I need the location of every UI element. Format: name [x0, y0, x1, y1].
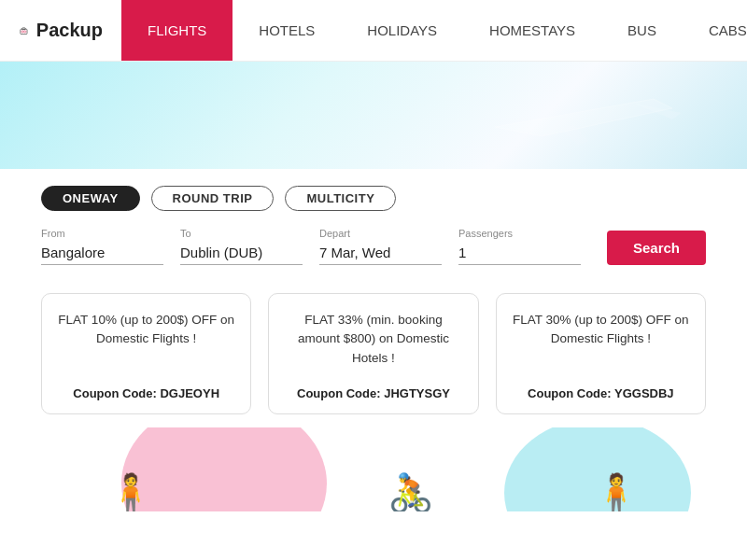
hero-banner	[0, 62, 747, 169]
coupon-code-0: Coupon Code: DGJEOYH	[73, 386, 219, 400]
search-row: From To Depart Passengers Search	[41, 228, 706, 265]
search-button[interactable]: Search	[607, 231, 706, 265]
oneway-button[interactable]: ONEWAY	[41, 186, 140, 211]
coupon-offer-2: FLAT 30% (up to 200$) OFF on Domestic Fl…	[512, 311, 690, 349]
nav-links: FLIGHTS HOTELS HOLIDAYS HOMESTAYS BUS CA…	[121, 0, 747, 61]
logo-text: Packup	[36, 20, 103, 41]
coupon-offer-1: FLAT 33% (min. booking amount $800) on D…	[284, 311, 462, 368]
coupon-card-0: FLAT 10% (up to 200$) OFF on Domestic Fl…	[41, 293, 251, 414]
nav-item-bus[interactable]: BUS	[601, 0, 683, 61]
svg-point-3	[24, 30, 26, 32]
figure-right: 🧍	[593, 474, 640, 511]
coupon-card-1: FLAT 33% (min. booking amount $800) on D…	[268, 293, 478, 414]
to-field-group: To	[180, 228, 303, 265]
to-label: To	[180, 228, 303, 239]
nav-item-holidays[interactable]: HOLIDAYS	[341, 0, 463, 61]
from-input[interactable]	[41, 243, 163, 265]
from-field-group: From	[41, 228, 163, 265]
nav-item-cabs[interactable]: CABS	[683, 0, 747, 61]
navbar: Packup FLIGHTS HOTELS HOLIDAYS HOMESTAYS…	[0, 0, 747, 62]
illustrations: 🧍 🚴 🧍	[0, 427, 747, 511]
multicity-button[interactable]: MULTICITY	[285, 186, 396, 211]
coupon-card-2: FLAT 30% (up to 200$) OFF on Domestic Fl…	[496, 293, 706, 414]
coupon-offer-0: FLAT 10% (up to 200$) OFF on Domestic Fl…	[57, 311, 235, 349]
depart-field-group: Depart	[319, 228, 442, 265]
depart-input[interactable]	[319, 243, 442, 265]
from-label: From	[41, 228, 163, 239]
passengers-label: Passengers	[458, 228, 581, 239]
trip-type-row: ONEWAY ROUND TRIP MULTICITY	[41, 186, 706, 211]
figure-center: 🚴	[388, 474, 434, 511]
nav-item-flights[interactable]: FLIGHTS	[121, 0, 233, 61]
to-input[interactable]	[180, 243, 303, 265]
svg-rect-1	[22, 27, 26, 29]
passengers-field-group: Passengers	[458, 228, 581, 265]
hero-plane-icon	[486, 80, 691, 155]
roundtrip-button[interactable]: ROUND TRIP	[151, 186, 275, 211]
coupons-section: FLAT 10% (up to 200$) OFF on Domestic Fl…	[0, 274, 747, 424]
coupon-code-1: Coupon Code: JHGTYSGY	[297, 386, 450, 400]
figure-left: 🧍	[107, 474, 154, 511]
nav-item-homestays[interactable]: HOMESTAYS	[463, 0, 601, 61]
search-section: ONEWAY ROUND TRIP MULTICITY From To Depa…	[0, 169, 747, 274]
depart-label: Depart	[319, 228, 442, 239]
logo-icon	[19, 8, 29, 53]
logo: Packup	[0, 8, 121, 53]
svg-point-2	[21, 30, 23, 32]
passengers-input[interactable]	[458, 243, 581, 265]
nav-item-hotels[interactable]: HOTELS	[233, 0, 341, 61]
coupon-code-2: Coupon Code: YGGSDBJ	[528, 386, 673, 400]
